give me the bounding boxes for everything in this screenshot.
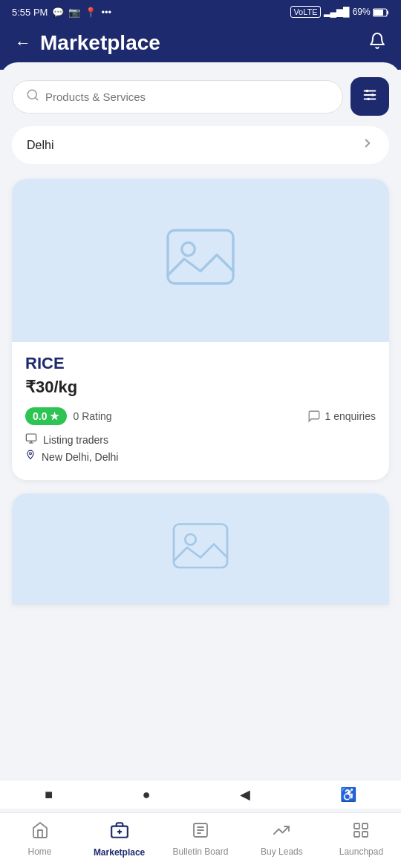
product-image-1 [12, 179, 389, 342]
nav-item-launchpad[interactable]: Launchpad [335, 821, 387, 857]
rating-section: 0.0 ★ 0 Rating [25, 407, 112, 425]
rating-badge: 0.0 ★ [25, 407, 67, 425]
card-meta-row-1: 0.0 ★ 0 Rating 1 enquiries [25, 407, 376, 425]
bulletin-board-icon [192, 821, 209, 844]
svg-rect-1 [374, 10, 383, 16]
card-body-1: RICE ₹30/kg 0.0 ★ 0 Rating 1 enquiries [12, 342, 389, 480]
location-info: New Delhi, Delhi [25, 450, 376, 464]
location-pin-icon [25, 450, 36, 464]
whatsapp-icon: 💬 [52, 7, 64, 18]
launchpad-icon [352, 821, 370, 844]
product-price-1: ₹30/kg [25, 378, 376, 397]
svg-rect-27 [362, 823, 368, 829]
nav-item-home[interactable]: Home [14, 821, 66, 857]
search-input-wrap[interactable] [12, 80, 343, 114]
svg-line-4 [35, 97, 37, 99]
svg-point-9 [371, 93, 374, 96]
product-image-2 [12, 493, 389, 605]
trader-name: Listing traders [43, 434, 108, 446]
system-nav-bar: ■ ● ◀ ♿ [0, 780, 401, 809]
svg-point-16 [30, 453, 32, 455]
svg-rect-13 [26, 434, 36, 441]
instagram-icon: 📷 [68, 7, 80, 18]
system-accessibility-button[interactable]: ♿ [340, 786, 356, 803]
status-left: 5:55 PM 💬 📷 📍 ••• [12, 7, 111, 18]
svg-point-12 [182, 243, 195, 256]
search-icon [26, 88, 39, 105]
status-time: 5:55 PM [12, 7, 48, 18]
svg-rect-2 [387, 10, 388, 14]
system-square-button[interactable]: ■ [45, 787, 53, 803]
svg-rect-17 [174, 525, 227, 568]
home-icon [31, 821, 49, 844]
notification-bell-icon[interactable] [368, 32, 386, 54]
svg-rect-29 [362, 832, 368, 837]
buyleads-label: Buy Leads [261, 846, 303, 857]
svg-point-18 [185, 534, 195, 545]
filter-icon [362, 87, 378, 107]
system-circle-button[interactable]: ● [143, 787, 151, 803]
location-selector[interactable]: Delhi [12, 126, 389, 164]
bulletin-label: Bulletin Board [173, 846, 229, 857]
nav-item-buyleads[interactable]: Buy Leads [255, 821, 307, 857]
buyleads-icon [273, 821, 290, 844]
nav-item-bulletin[interactable]: Bulletin Board [173, 821, 229, 857]
rating-count: 0 Rating [73, 410, 111, 422]
trader-info: Listing traders [25, 433, 376, 447]
signal-bars-icon: ▂▄▆█ [324, 7, 350, 17]
trader-icon [25, 433, 37, 447]
location-icon: 📍 [85, 7, 97, 18]
image-placeholder-icon-2 [167, 514, 234, 584]
enquiries-label: 1 enquiries [325, 410, 376, 422]
product-name-1: RICE [25, 354, 376, 373]
svg-point-10 [367, 97, 370, 100]
svg-rect-11 [168, 231, 233, 284]
chevron-right-icon [361, 137, 374, 154]
search-input[interactable] [45, 91, 329, 103]
product-card-1[interactable]: RICE ₹30/kg 0.0 ★ 0 Rating 1 enquiries [12, 179, 389, 480]
header-left: ← Marketplace [15, 31, 160, 55]
status-right: VoLTE ▂▄▆█ 69% [290, 6, 389, 18]
rating-star-icon: ★ [50, 410, 59, 422]
marketplace-label: Marketplace [94, 847, 145, 858]
filter-button[interactable] [351, 77, 389, 116]
svg-rect-26 [354, 823, 359, 829]
launchpad-label: Launchpad [339, 846, 383, 857]
battery-icon: 69% [353, 7, 389, 17]
selected-city: Delhi [27, 139, 53, 152]
marketplace-icon [110, 821, 129, 844]
page-title: Marketplace [40, 31, 160, 55]
bottom-nav: Home Marketplace Bulletin Board [0, 812, 401, 868]
svg-rect-28 [354, 832, 359, 837]
image-placeholder-icon [160, 218, 241, 303]
enquiries-count: 1 enquiries [307, 410, 376, 423]
system-back-button[interactable]: ◀ [240, 786, 250, 803]
main-content: Delhi RICE ₹30/kg 0.0 [0, 62, 401, 730]
rating-value: 0.0 [33, 410, 47, 422]
search-row [12, 77, 389, 116]
svg-point-8 [366, 89, 369, 92]
volte-icon: VoLTE [290, 6, 320, 18]
back-button[interactable]: ← [15, 33, 31, 53]
product-location: New Delhi, Delhi [42, 451, 118, 463]
product-card-2-partial[interactable] [12, 493, 389, 605]
nav-item-marketplace[interactable]: Marketplace [94, 821, 146, 858]
status-bar: 5:55 PM 💬 📷 📍 ••• VoLTE ▂▄▆█ 69% [0, 0, 401, 24]
more-icon: ••• [101, 7, 111, 18]
home-label: Home [28, 846, 52, 857]
